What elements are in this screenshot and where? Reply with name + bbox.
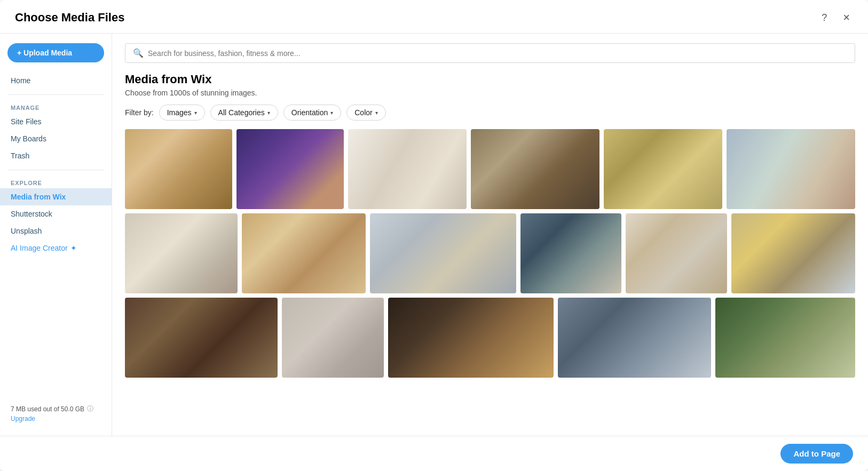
filter-color-button[interactable]: Color ▾ bbox=[346, 105, 385, 121]
section-subtitle: Choose from 1000s of stunning images. bbox=[125, 89, 855, 97]
image-meeting-room[interactable] bbox=[558, 298, 711, 378]
info-icon[interactable]: ⓘ bbox=[87, 404, 93, 413]
filter-categories-button[interactable]: All Categories ▾ bbox=[210, 105, 278, 121]
image-grid-row-2 bbox=[125, 213, 855, 293]
modal-header: Choose Media Files ? × bbox=[0, 0, 868, 34]
image-fashion-models[interactable] bbox=[242, 213, 366, 293]
filter-images-chevron: ▾ bbox=[194, 110, 197, 116]
image-pears-still-life[interactable] bbox=[604, 129, 722, 209]
sparkle-icon: ✦ bbox=[70, 244, 77, 252]
sidebar-item-shutterstock[interactable]: Shutterstock bbox=[0, 205, 112, 222]
image-grid-container bbox=[125, 129, 855, 436]
image-christmas-family[interactable] bbox=[727, 129, 855, 209]
image-marble-texture[interactable] bbox=[348, 129, 466, 209]
modal-body: + Upload Media Home MANAGE Site Files My… bbox=[0, 34, 868, 436]
sidebar-item-unsplash[interactable]: Unsplash bbox=[0, 222, 112, 240]
sidebar-divider-explore bbox=[7, 170, 104, 170]
image-autumn-branches[interactable] bbox=[125, 129, 232, 209]
image-mountain-snow[interactable] bbox=[520, 213, 622, 293]
image-camper-landscape[interactable] bbox=[731, 213, 855, 293]
modal-title: Choose Media Files bbox=[15, 11, 124, 25]
image-man-portrait[interactable] bbox=[626, 213, 727, 293]
upgrade-link[interactable]: Upgrade bbox=[11, 415, 35, 422]
image-pliers-tools[interactable] bbox=[282, 298, 384, 378]
storage-info: 7 MB used out of 50.0 GB ⓘ bbox=[11, 404, 101, 413]
sidebar-item-trash[interactable]: Trash bbox=[0, 147, 112, 164]
modal-footer: Add to Page bbox=[0, 436, 868, 471]
filter-color-chevron: ▾ bbox=[375, 110, 378, 116]
filter-images-button[interactable]: Images ▾ bbox=[159, 105, 205, 121]
sidebar-item-ai-image-creator[interactable]: AI Image Creator ✦ bbox=[0, 240, 112, 257]
filter-color-label: Color bbox=[354, 108, 372, 117]
image-pine-cones[interactable] bbox=[715, 298, 855, 378]
sidebar-item-home[interactable]: Home bbox=[0, 72, 112, 89]
sidebar-item-site-files[interactable]: Site Files bbox=[0, 113, 112, 130]
main-content: 🔍 Media from Wix Choose from 1000s of st… bbox=[112, 34, 868, 436]
modal-container: Choose Media Files ? × + Upload Media Ho… bbox=[0, 0, 868, 471]
image-restaurant-interior[interactable] bbox=[471, 129, 599, 209]
filter-bar: Filter by: Images ▾ All Categories ▾ Ori… bbox=[125, 105, 855, 121]
sidebar-section-explore: EXPLORE bbox=[0, 175, 112, 188]
search-icon: 🔍 bbox=[133, 48, 144, 58]
filter-orientation-chevron: ▾ bbox=[330, 110, 333, 116]
close-button[interactable]: × bbox=[840, 10, 853, 26]
section-title: Media from Wix bbox=[125, 73, 855, 86]
sidebar: + Upload Media Home MANAGE Site Files My… bbox=[0, 34, 112, 436]
image-grid-row-3 bbox=[125, 298, 855, 378]
storage-text-label: 7 MB used out of 50.0 GB bbox=[11, 405, 84, 413]
filter-images-label: Images bbox=[167, 108, 192, 117]
image-woman-portrait[interactable] bbox=[236, 129, 344, 209]
filter-categories-label: All Categories bbox=[218, 108, 265, 117]
ai-image-creator-label: AI Image Creator bbox=[11, 244, 68, 252]
help-button[interactable]: ? bbox=[818, 11, 830, 25]
sidebar-footer: 7 MB used out of 50.0 GB ⓘ Upgrade bbox=[0, 398, 112, 429]
image-city-road[interactable] bbox=[370, 213, 516, 293]
search-bar: 🔍 bbox=[125, 43, 855, 63]
filter-categories-chevron: ▾ bbox=[267, 110, 270, 116]
search-input[interactable] bbox=[148, 49, 847, 58]
filter-orientation-label: Orientation bbox=[291, 108, 328, 117]
image-wine-glasses[interactable] bbox=[388, 298, 554, 378]
image-family-dinner[interactable] bbox=[125, 298, 278, 378]
sidebar-divider-manage bbox=[7, 94, 104, 95]
sidebar-item-media-from-wix[interactable]: Media from Wix bbox=[0, 188, 112, 205]
filter-label: Filter by: bbox=[125, 108, 154, 117]
filter-orientation-button[interactable]: Orientation ▾ bbox=[283, 105, 341, 121]
sidebar-section-manage: MANAGE bbox=[0, 100, 112, 113]
upload-media-button[interactable]: + Upload Media bbox=[7, 43, 104, 62]
header-actions: ? × bbox=[818, 10, 853, 26]
sidebar-item-my-boards[interactable]: My Boards bbox=[0, 130, 112, 147]
image-grid-row-1 bbox=[125, 129, 855, 209]
image-sale-box[interactable] bbox=[125, 213, 238, 293]
add-to-page-button[interactable]: Add to Page bbox=[780, 444, 853, 464]
